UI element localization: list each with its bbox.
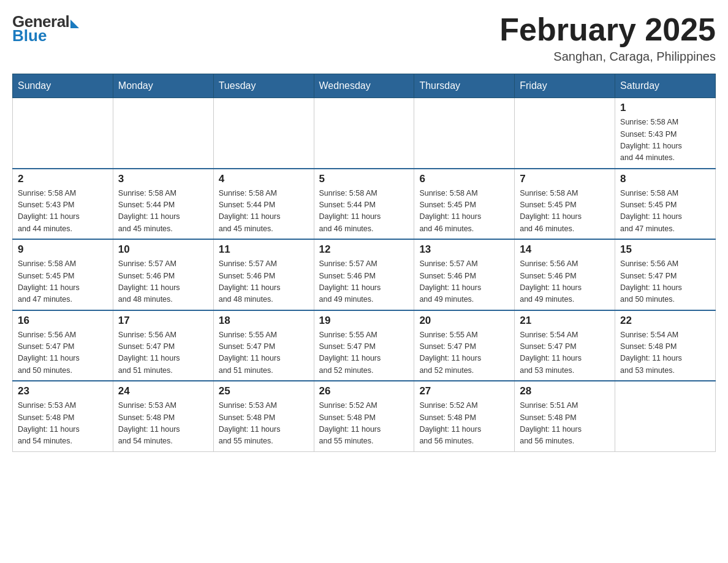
day-number: 5 bbox=[319, 173, 409, 185]
day-number: 7 bbox=[520, 173, 610, 185]
calendar-cell bbox=[414, 98, 515, 169]
day-info: Sunrise: 5:56 AMSunset: 5:47 PMDaylight:… bbox=[118, 329, 208, 377]
day-number: 11 bbox=[219, 243, 309, 256]
calendar-header-thursday: Thursday bbox=[414, 74, 515, 98]
calendar-cell bbox=[515, 98, 615, 169]
calendar-cell: 7Sunrise: 5:58 AMSunset: 5:45 PMDaylight… bbox=[515, 169, 615, 240]
calendar-cell: 5Sunrise: 5:58 AMSunset: 5:44 PMDaylight… bbox=[314, 169, 414, 240]
day-info: Sunrise: 5:58 AMSunset: 5:44 PMDaylight:… bbox=[319, 188, 409, 236]
calendar-cell: 27Sunrise: 5:52 AMSunset: 5:48 PMDayligh… bbox=[414, 381, 515, 451]
day-info: Sunrise: 5:54 AMSunset: 5:47 PMDaylight:… bbox=[520, 329, 610, 377]
day-info: Sunrise: 5:58 AMSunset: 5:43 PMDaylight:… bbox=[18, 188, 108, 236]
day-number: 12 bbox=[319, 243, 409, 256]
day-info: Sunrise: 5:51 AMSunset: 5:48 PMDaylight:… bbox=[520, 400, 610, 448]
calendar-header-monday: Monday bbox=[113, 74, 213, 98]
calendar-cell: 21Sunrise: 5:54 AMSunset: 5:47 PMDayligh… bbox=[515, 310, 615, 381]
day-number: 16 bbox=[18, 315, 108, 327]
calendar-week-row: 16Sunrise: 5:56 AMSunset: 5:47 PMDayligh… bbox=[13, 310, 716, 381]
day-number: 6 bbox=[419, 173, 509, 185]
calendar-header-tuesday: Tuesday bbox=[213, 74, 314, 98]
calendar-cell: 17Sunrise: 5:56 AMSunset: 5:47 PMDayligh… bbox=[113, 310, 213, 381]
day-info: Sunrise: 5:52 AMSunset: 5:48 PMDaylight:… bbox=[419, 400, 509, 448]
calendar-cell: 12Sunrise: 5:57 AMSunset: 5:46 PMDayligh… bbox=[314, 239, 414, 310]
calendar-week-row: 1Sunrise: 5:58 AMSunset: 5:43 PMDaylight… bbox=[13, 98, 716, 169]
calendar-cell: 4Sunrise: 5:58 AMSunset: 5:44 PMDaylight… bbox=[213, 169, 314, 240]
calendar-cell bbox=[615, 381, 716, 451]
day-number: 17 bbox=[118, 315, 208, 327]
day-info: Sunrise: 5:56 AMSunset: 5:47 PMDaylight:… bbox=[18, 329, 108, 377]
calendar-cell: 10Sunrise: 5:57 AMSunset: 5:46 PMDayligh… bbox=[113, 239, 213, 310]
day-info: Sunrise: 5:52 AMSunset: 5:48 PMDaylight:… bbox=[319, 400, 409, 448]
logo: General Blue bbox=[12, 12, 79, 45]
calendar-cell: 20Sunrise: 5:55 AMSunset: 5:47 PMDayligh… bbox=[414, 310, 515, 381]
day-info: Sunrise: 5:57 AMSunset: 5:46 PMDaylight:… bbox=[419, 258, 509, 306]
day-number: 18 bbox=[219, 315, 309, 327]
calendar-cell: 3Sunrise: 5:58 AMSunset: 5:44 PMDaylight… bbox=[113, 169, 213, 240]
day-info: Sunrise: 5:58 AMSunset: 5:45 PMDaylight:… bbox=[419, 188, 509, 236]
calendar-week-row: 23Sunrise: 5:53 AMSunset: 5:48 PMDayligh… bbox=[13, 381, 716, 451]
calendar-cell: 18Sunrise: 5:55 AMSunset: 5:47 PMDayligh… bbox=[213, 310, 314, 381]
calendar-header-friday: Friday bbox=[515, 74, 615, 98]
calendar-cell: 14Sunrise: 5:56 AMSunset: 5:46 PMDayligh… bbox=[515, 239, 615, 310]
day-number: 1 bbox=[620, 102, 710, 114]
calendar-cell: 24Sunrise: 5:53 AMSunset: 5:48 PMDayligh… bbox=[113, 381, 213, 451]
day-number: 2 bbox=[18, 173, 108, 185]
calendar-header-wednesday: Wednesday bbox=[314, 74, 414, 98]
calendar-cell: 9Sunrise: 5:58 AMSunset: 5:45 PMDaylight… bbox=[13, 239, 113, 310]
calendar-cell: 8Sunrise: 5:58 AMSunset: 5:45 PMDaylight… bbox=[615, 169, 716, 240]
day-number: 21 bbox=[520, 315, 610, 327]
day-info: Sunrise: 5:58 AMSunset: 5:44 PMDaylight:… bbox=[219, 188, 309, 236]
day-number: 26 bbox=[319, 385, 409, 397]
calendar-header-sunday: Sunday bbox=[13, 74, 113, 98]
calendar-cell: 11Sunrise: 5:57 AMSunset: 5:46 PMDayligh… bbox=[213, 239, 314, 310]
calendar-cell bbox=[113, 98, 213, 169]
calendar-cell: 23Sunrise: 5:53 AMSunset: 5:48 PMDayligh… bbox=[13, 381, 113, 451]
day-number: 22 bbox=[620, 315, 710, 327]
day-info: Sunrise: 5:53 AMSunset: 5:48 PMDaylight:… bbox=[118, 400, 208, 448]
day-number: 25 bbox=[219, 385, 309, 397]
page-header: General Blue February 2025 Sanghan, Cara… bbox=[12, 12, 716, 64]
calendar-cell: 16Sunrise: 5:56 AMSunset: 5:47 PMDayligh… bbox=[13, 310, 113, 381]
calendar-cell: 1Sunrise: 5:58 AMSunset: 5:43 PMDaylight… bbox=[615, 98, 716, 169]
day-info: Sunrise: 5:55 AMSunset: 5:47 PMDaylight:… bbox=[419, 329, 509, 377]
day-info: Sunrise: 5:57 AMSunset: 5:46 PMDaylight:… bbox=[118, 258, 208, 306]
day-info: Sunrise: 5:58 AMSunset: 5:45 PMDaylight:… bbox=[18, 258, 108, 306]
day-number: 4 bbox=[219, 173, 309, 185]
calendar-cell: 22Sunrise: 5:54 AMSunset: 5:48 PMDayligh… bbox=[615, 310, 716, 381]
calendar-cell: 2Sunrise: 5:58 AMSunset: 5:43 PMDaylight… bbox=[13, 169, 113, 240]
day-info: Sunrise: 5:57 AMSunset: 5:46 PMDaylight:… bbox=[219, 258, 309, 306]
day-info: Sunrise: 5:58 AMSunset: 5:45 PMDaylight:… bbox=[620, 188, 710, 236]
day-info: Sunrise: 5:55 AMSunset: 5:47 PMDaylight:… bbox=[219, 329, 309, 377]
day-number: 10 bbox=[118, 243, 208, 256]
title-section: February 2025 Sanghan, Caraga, Philippin… bbox=[499, 12, 716, 64]
day-number: 23 bbox=[18, 385, 108, 397]
day-number: 14 bbox=[520, 243, 610, 256]
day-number: 19 bbox=[319, 315, 409, 327]
day-info: Sunrise: 5:57 AMSunset: 5:46 PMDaylight:… bbox=[319, 258, 409, 306]
calendar-cell: 19Sunrise: 5:55 AMSunset: 5:47 PMDayligh… bbox=[314, 310, 414, 381]
day-number: 8 bbox=[620, 173, 710, 185]
day-info: Sunrise: 5:56 AMSunset: 5:47 PMDaylight:… bbox=[620, 258, 710, 306]
calendar-cell: 13Sunrise: 5:57 AMSunset: 5:46 PMDayligh… bbox=[414, 239, 515, 310]
day-info: Sunrise: 5:53 AMSunset: 5:48 PMDaylight:… bbox=[18, 400, 108, 448]
day-info: Sunrise: 5:58 AMSunset: 5:43 PMDaylight:… bbox=[620, 117, 710, 164]
day-number: 15 bbox=[620, 243, 710, 256]
logo-blue-text: Blue bbox=[12, 26, 47, 45]
day-number: 9 bbox=[18, 243, 108, 256]
day-info: Sunrise: 5:53 AMSunset: 5:48 PMDaylight:… bbox=[219, 400, 309, 448]
day-number: 20 bbox=[419, 315, 509, 327]
calendar-cell bbox=[314, 98, 414, 169]
day-info: Sunrise: 5:58 AMSunset: 5:44 PMDaylight:… bbox=[118, 188, 208, 236]
day-number: 28 bbox=[520, 385, 610, 397]
calendar-cell: 26Sunrise: 5:52 AMSunset: 5:48 PMDayligh… bbox=[314, 381, 414, 451]
calendar-table: SundayMondayTuesdayWednesdayThursdayFrid… bbox=[12, 74, 716, 452]
day-number: 27 bbox=[419, 385, 509, 397]
calendar-cell bbox=[13, 98, 113, 169]
location-text: Sanghan, Caraga, Philippines bbox=[499, 50, 716, 64]
calendar-week-row: 2Sunrise: 5:58 AMSunset: 5:43 PMDaylight… bbox=[13, 169, 716, 240]
day-info: Sunrise: 5:55 AMSunset: 5:47 PMDaylight:… bbox=[319, 329, 409, 377]
day-number: 3 bbox=[118, 173, 208, 185]
day-info: Sunrise: 5:54 AMSunset: 5:48 PMDaylight:… bbox=[620, 329, 710, 377]
logo-arrow-icon bbox=[70, 20, 79, 28]
calendar-cell: 6Sunrise: 5:58 AMSunset: 5:45 PMDaylight… bbox=[414, 169, 515, 240]
